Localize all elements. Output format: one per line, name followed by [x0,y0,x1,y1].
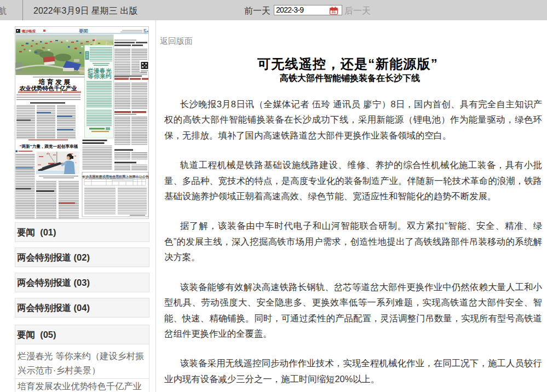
svg-text:31: 31 [332,10,336,14]
svg-text:“两新”力量，跟党一起创享幸福: “两新”力量，跟党一起创享幸福 [20,144,78,149]
svg-text:农业优势特色千亿产业: 农业优势特色千亿产业 [19,85,78,91]
svg-text:长沙县国有建设用地使用权网上挂牌出让公告: 长沙县国有建设用地使用权网上挂牌出让公告 [82,175,149,179]
svg-text:镵沙晚报: 镵沙晚报 [21,29,36,33]
svg-text:等你来约: 等你来约 [87,73,112,79]
